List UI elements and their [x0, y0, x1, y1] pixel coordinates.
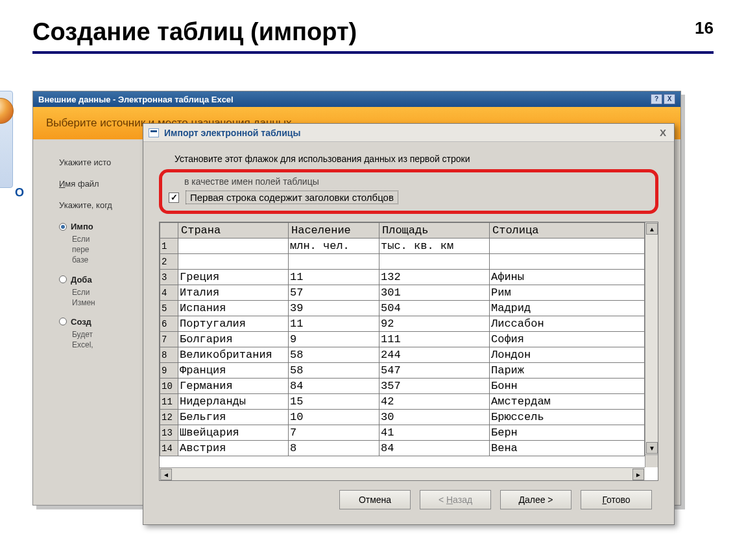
scroll-right-button[interactable]: ► [632, 469, 644, 480]
cell[interactable]: 7 [289, 425, 379, 441]
row-number: 7 [160, 332, 178, 347]
cell[interactable]: Австрия [178, 441, 289, 456]
cell[interactable]: 244 [379, 347, 490, 363]
cell[interactable]: 547 [379, 363, 490, 379]
cell[interactable]: 111 [379, 332, 490, 347]
cell[interactable]: Греция [178, 270, 289, 285]
cell[interactable]: 10 [289, 410, 379, 425]
cell[interactable]: 42 [379, 394, 490, 410]
cell[interactable]: Афины [490, 270, 645, 285]
highlighted-checkbox-area: в качестве имен полей таблицы ✓ Первая с… [159, 169, 658, 214]
cell[interactable]: 8 [289, 441, 379, 456]
horizontal-scrollbar[interactable]: ◄ ► [160, 467, 645, 480]
cell[interactable] [490, 254, 645, 270]
office-orb-icon [0, 98, 14, 124]
cell[interactable] [379, 254, 490, 270]
col-header-capital[interactable]: Столица [490, 223, 645, 239]
cell[interactable]: Лондон [490, 347, 645, 363]
cell[interactable]: 84 [379, 441, 490, 456]
cell[interactable]: 58 [289, 363, 379, 379]
cell[interactable] [178, 254, 289, 270]
cell[interactable]: Амстердам [490, 394, 645, 410]
back-button[interactable]: < Назад [420, 490, 491, 509]
close-button[interactable]: X [664, 94, 675, 104]
cell[interactable]: 357 [379, 379, 490, 394]
cell[interactable]: София [490, 332, 645, 347]
cell[interactable]: Лиссабон [490, 316, 645, 332]
slide-number: 16 [695, 18, 714, 38]
col-header-population[interactable]: Население [289, 223, 379, 239]
cell[interactable]: млн. чел. [289, 239, 379, 254]
cell[interactable]: 57 [289, 285, 379, 301]
cell[interactable]: Германия [178, 379, 289, 394]
vertical-scrollbar[interactable]: ▲ ▼ [645, 222, 658, 454]
wizard-close-button[interactable]: X [657, 127, 669, 138]
preview-table: Страна Население Площадь Столица 1млн. ч… [160, 222, 645, 456]
cell[interactable]: Франция [178, 363, 289, 379]
cell[interactable]: 504 [379, 301, 490, 316]
first-row-headers-checkbox[interactable]: ✓ [169, 192, 179, 203]
filename-label: ИИмя файлмя файл [59, 179, 99, 189]
cell[interactable]: тыс. кв. км [379, 239, 490, 254]
cell[interactable]: Берн [490, 425, 645, 441]
row-number: 13 [160, 425, 178, 441]
wizard-titlebar: Импорт электронной таблицы X [143, 124, 674, 142]
cell[interactable] [289, 254, 379, 270]
wizard-title-text: Импорт электронной таблицы [164, 128, 300, 138]
cell[interactable]: Великобритания [178, 347, 289, 363]
cell[interactable] [490, 239, 645, 254]
next-button[interactable]: Далее > [500, 490, 572, 509]
cell[interactable]: Болгария [178, 332, 289, 347]
cell[interactable]: Бонн [490, 379, 645, 394]
row-number: 11 [160, 394, 178, 410]
row-number: 4 [160, 285, 178, 301]
slide-title: Создание таблиц (импорт) [32, 18, 714, 46]
outer-window-controls: ? X [651, 94, 675, 104]
cell[interactable]: 58 [289, 347, 379, 363]
cell[interactable]: 301 [379, 285, 490, 301]
row-number: 3 [160, 270, 178, 285]
cell[interactable]: 9 [289, 332, 379, 347]
cancel-button[interactable]: Отмена [339, 490, 411, 509]
cell[interactable]: Швейцария [178, 425, 289, 441]
cell[interactable]: Бельгия [178, 410, 289, 425]
title-rule [32, 51, 714, 54]
cell[interactable]: 30 [379, 410, 490, 425]
row-number: 9 [160, 363, 178, 379]
outer-titlebar: Внешние данные - Электронная таблица Exc… [33, 91, 680, 107]
cell[interactable]: Вена [490, 441, 645, 456]
cell[interactable]: Нидерланды [178, 394, 289, 410]
scroll-left-button[interactable]: ◄ [160, 469, 172, 480]
import-spreadsheet-wizard: Импорт электронной таблицы X Установите … [143, 123, 675, 525]
col-header-area[interactable]: Площадь [379, 223, 490, 239]
cell[interactable]: 84 [289, 379, 379, 394]
cell[interactable]: 92 [379, 316, 490, 332]
help-button[interactable]: ? [651, 94, 662, 104]
row-number: 5 [160, 301, 178, 316]
cell[interactable]: Брюссель [490, 410, 645, 425]
scroll-up-button[interactable]: ▲ [646, 223, 658, 235]
cell[interactable]: 11 [289, 316, 379, 332]
radio-append-dot [59, 275, 67, 283]
cell[interactable]: Мадрид [490, 301, 645, 316]
cell[interactable] [178, 239, 289, 254]
preview-grid: Страна Население Площадь Столица 1млн. ч… [159, 222, 658, 481]
finish-button[interactable]: Готово [581, 490, 652, 509]
cell[interactable]: 11 [289, 270, 379, 285]
row-number: 14 [160, 441, 178, 456]
scroll-corner [645, 454, 658, 467]
cell[interactable]: 41 [379, 425, 490, 441]
outer-window-title: Внешние данные - Электронная таблица Exc… [38, 95, 234, 104]
cell[interactable]: 132 [379, 270, 490, 285]
cell[interactable]: 15 [289, 394, 379, 410]
row-number: 1 [160, 239, 178, 254]
cell[interactable]: Португалия [178, 316, 289, 332]
row-number: 2 [160, 254, 178, 270]
cell[interactable]: Италия [178, 285, 289, 301]
scroll-down-button[interactable]: ▼ [646, 442, 658, 454]
cell[interactable]: Испания [178, 301, 289, 316]
col-header-country[interactable]: Страна [178, 223, 289, 239]
cell[interactable]: Рим [490, 285, 645, 301]
cell[interactable]: 39 [289, 301, 379, 316]
cell[interactable]: Париж [490, 363, 645, 379]
